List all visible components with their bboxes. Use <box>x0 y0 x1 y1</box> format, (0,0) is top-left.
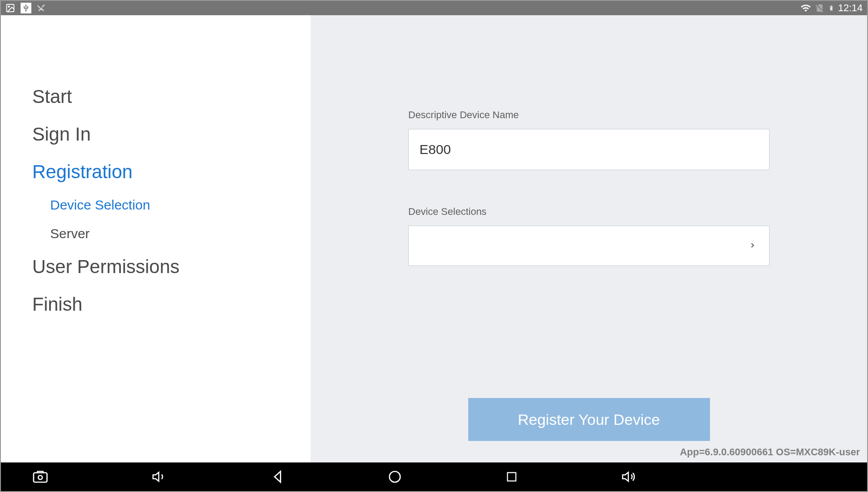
nav-sign-in[interactable]: Sign In <box>32 116 311 153</box>
android-nav-bar <box>1 462 867 491</box>
nav-finish[interactable]: Finish <box>32 286 311 323</box>
svg-rect-2 <box>34 473 47 482</box>
volume-up-icon[interactable] <box>621 469 637 484</box>
device-selections-label: Device Selections <box>408 206 770 218</box>
android-status-bar: 12:14 <box>1 1 867 15</box>
nav-start[interactable]: Start <box>32 78 311 116</box>
register-device-button[interactable]: Register Your Device <box>468 398 710 441</box>
svg-point-1 <box>8 6 9 7</box>
device-name-input[interactable] <box>408 129 770 170</box>
device-selections-picker[interactable] <box>408 226 770 266</box>
back-icon[interactable] <box>270 470 285 484</box>
nav-server[interactable]: Server <box>32 219 311 248</box>
usb-notification-icon <box>21 3 31 13</box>
nav-user-permissions[interactable]: User Permissions <box>32 248 311 286</box>
device-name-label: Descriptive Device Name <box>408 109 770 121</box>
setup-wizard-sidebar: Start Sign In Registration Device Select… <box>1 15 311 462</box>
svg-point-4 <box>389 471 400 482</box>
camera-icon[interactable] <box>32 469 48 485</box>
content-panel: Descriptive Device Name Device Selection… <box>311 15 867 462</box>
image-notification-icon <box>5 3 15 13</box>
chevron-right-icon <box>748 240 757 252</box>
volume-down-icon[interactable] <box>152 469 167 484</box>
status-time: 12:14 <box>838 2 863 14</box>
svg-point-3 <box>38 475 43 479</box>
svg-rect-5 <box>508 473 516 481</box>
version-info: App=6.9.0.60900661 OS=MXC89K-user <box>680 446 860 458</box>
home-icon[interactable] <box>388 470 402 484</box>
sim-disabled-icon <box>815 3 825 13</box>
nav-device-selection[interactable]: Device Selection <box>32 191 311 219</box>
wifi-icon <box>800 3 811 13</box>
nav-registration[interactable]: Registration <box>32 153 311 191</box>
scissors-icon <box>37 4 46 13</box>
recent-apps-icon[interactable] <box>505 471 518 483</box>
battery-icon <box>828 3 834 13</box>
